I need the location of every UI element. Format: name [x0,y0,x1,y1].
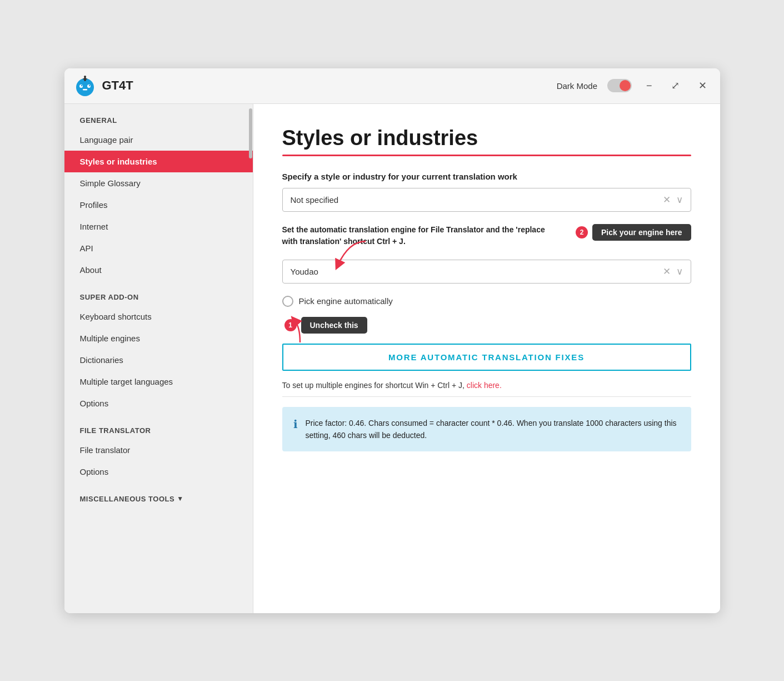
sidebar-item-keyboard-shortcuts[interactable]: Keyboard shortcuts [64,306,253,327]
tooltip-pick-engine: Pick your engine here [592,224,691,241]
sidebar-item-multiple-engines[interactable]: Multiple engines [64,327,253,349]
toggle-knob [620,80,631,91]
engine-expand-icon[interactable]: ∨ [676,266,683,277]
badge-2: 2 [576,226,588,238]
sidebar: GENERAL Language pair Styles or industri… [64,104,253,613]
style-dropdown-actions[interactable]: ✕ ∨ [663,194,683,206]
dark-mode-label: Dark Mode [557,81,597,91]
maximize-button[interactable]: ⤢ [667,77,684,94]
svg-point-4 [88,85,89,86]
specify-label: Specify a style or industry for your cur… [282,172,691,181]
badge-1: 1 [284,319,297,331]
svg-point-1 [79,84,83,88]
info-box: ℹ Price factor: 0.46. Chars consumed = c… [282,407,691,452]
svg-point-3 [81,85,82,86]
svg-point-2 [87,84,91,88]
sidebar-item-styles-or-industries[interactable]: Styles or industries [64,151,253,172]
sidebar-item-simple-glossary[interactable]: Simple Glossary [64,172,253,194]
sidebar-item-options[interactable]: Options [64,392,253,414]
sidebar-item-language-pair[interactable]: Language pair [64,129,253,151]
info-text: Price factor: 0.46. Chars consumed = cha… [306,417,680,442]
multi-engine-text: To set up multiple engines for shortcut … [282,381,691,390]
engine-label: Set the automatic translation engine for… [282,224,549,247]
radio-row-area: Pick engine automatically 1 Uncheck this [282,296,691,334]
style-clear-icon[interactable]: ✕ [663,194,671,206]
sidebar-item-file-options[interactable]: Options [64,461,253,483]
title-underline [282,155,691,156]
tooltip-uncheck: Uncheck this [301,317,367,334]
engine-dropdown[interactable]: Youdao ✕ ∨ [282,260,691,284]
svg-rect-5 [83,89,87,91]
more-fixes-button[interactable]: MORE AUTOMATIC TRANSLATION FIXES [282,344,691,371]
titlebar: GT4T Dark Mode − ⤢ ✕ [64,68,720,104]
sidebar-item-api[interactable]: API [64,237,253,259]
sidebar-item-multiple-target-languages[interactable]: Multiple target languages [64,371,253,392]
dark-mode-toggle[interactable] [607,79,632,92]
engine-dropdown-area: Youdao ✕ ∨ [282,260,691,284]
engine-label-text: Set the automatic translation engine for… [282,225,545,246]
pick-auto-radio[interactable] [282,296,293,307]
content-area: Styles or industries Specify a style or … [253,104,720,613]
app-title: GT4T [102,78,133,93]
style-dropdown-value: Not specified [291,195,663,205]
pick-auto-row: Pick engine automatically [282,296,691,307]
svg-point-7 [84,76,86,78]
multi-engine-link[interactable]: click here. [467,381,502,390]
sidebar-section-super-add-on: SUPER ADD-ON [64,281,253,306]
sidebar-item-internet[interactable]: Internet [64,216,253,237]
sidebar-item-dictionaries[interactable]: Dictionaries [64,349,253,371]
titlebar-left: GT4T [73,74,133,97]
page-title: Styles or industries [282,126,691,150]
engine-clear-icon[interactable]: ✕ [663,266,671,277]
sidebar-section-file-translator: FILE TRANSLATOR [64,414,253,439]
sidebar-section-general: GENERAL [64,104,253,129]
info-icon: ℹ [293,417,298,442]
engine-dropdown-actions[interactable]: ✕ ∨ [663,266,683,277]
misc-tools-arrow: ▼ [177,495,183,503]
style-dropdown[interactable]: Not specified ✕ ∨ [282,188,691,212]
main-layout: GENERAL Language pair Styles or industri… [64,104,720,613]
close-button[interactable]: ✕ [694,77,711,94]
sidebar-section-misc-tools: MISCELLANEOUS TOOLS ▼ [64,483,253,508]
scrollbar-thumb[interactable] [249,108,252,158]
app-window: GT4T Dark Mode − ⤢ ✕ GENERAL Language pa… [64,68,720,613]
section-divider [282,396,691,397]
sidebar-item-file-translator[interactable]: File translator [64,439,253,461]
app-logo-icon [73,74,97,97]
uncheck-tooltip-area: 1 Uncheck this [284,317,691,334]
minimize-button[interactable]: − [642,78,657,94]
style-expand-icon[interactable]: ∨ [676,194,683,206]
engine-dropdown-value: Youdao [291,267,663,276]
sidebar-item-profiles[interactable]: Profiles [64,194,253,216]
sidebar-item-about[interactable]: About [64,259,253,281]
pick-auto-label: Pick engine automatically [299,296,393,306]
multi-engine-prefix: To set up multiple engines for shortcut … [282,381,465,390]
titlebar-right: Dark Mode − ⤢ ✕ [557,77,711,94]
